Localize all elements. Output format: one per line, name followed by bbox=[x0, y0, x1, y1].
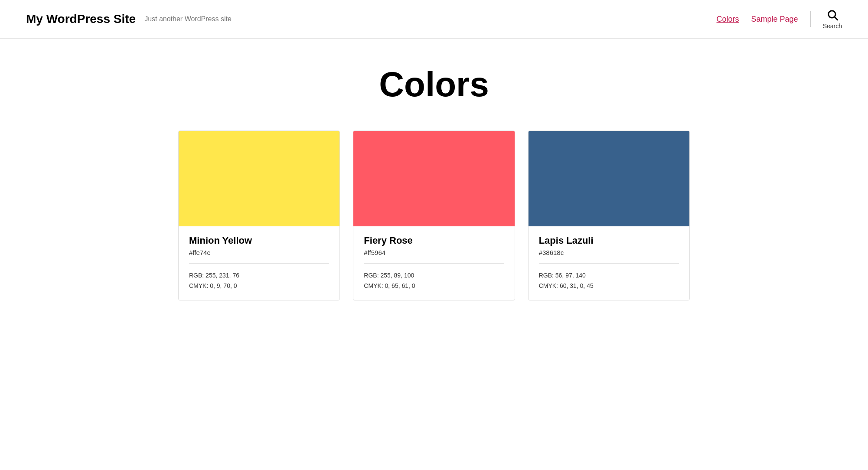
color-hex-minion-yellow: #ffe74c bbox=[189, 249, 329, 256]
color-info-fiery-rose: Fiery Rose #ff5964 bbox=[353, 226, 514, 263]
color-rgb-minion-yellow: RGB: 255, 231, 76 bbox=[189, 271, 329, 281]
color-name-fiery-rose: Fiery Rose bbox=[364, 235, 504, 246]
color-card-fiery-rose: Fiery Rose #ff5964 RGB: 255, 89, 100 CMY… bbox=[353, 131, 515, 300]
page-title: Colors bbox=[178, 65, 690, 104]
color-values-fiery-rose: RGB: 255, 89, 100 CMYK: 0, 65, 61, 0 bbox=[353, 264, 514, 300]
nav-divider bbox=[810, 11, 811, 27]
color-hex-lapis-lazuli: #38618c bbox=[539, 249, 679, 256]
color-card-minion-yellow: Minion Yellow #ffe74c RGB: 255, 231, 76 … bbox=[178, 131, 340, 300]
color-info-minion-yellow: Minion Yellow #ffe74c bbox=[179, 226, 339, 263]
main-content: Colors Minion Yellow #ffe74c RGB: 255, 2… bbox=[152, 39, 716, 335]
nav-link-colors[interactable]: Colors bbox=[717, 15, 739, 24]
color-swatch-minion-yellow bbox=[179, 131, 339, 226]
color-card-lapis-lazuli: Lapis Lazuli #38618c RGB: 56, 97, 140 CM… bbox=[528, 131, 690, 300]
search-button[interactable]: Search bbox=[823, 9, 842, 29]
color-name-lapis-lazuli: Lapis Lazuli bbox=[539, 235, 679, 246]
color-cmyk-fiery-rose: CMYK: 0, 65, 61, 0 bbox=[364, 281, 504, 291]
color-grid: Minion Yellow #ffe74c RGB: 255, 231, 76 … bbox=[178, 131, 690, 300]
color-hex-fiery-rose: #ff5964 bbox=[364, 249, 504, 256]
color-values-lapis-lazuli: RGB: 56, 97, 140 CMYK: 60, 31, 0, 45 bbox=[529, 264, 689, 300]
color-cmyk-lapis-lazuli: CMYK: 60, 31, 0, 45 bbox=[539, 281, 679, 291]
search-icon bbox=[826, 9, 839, 21]
color-cmyk-minion-yellow: CMYK: 0, 9, 70, 0 bbox=[189, 281, 329, 291]
color-values-minion-yellow: RGB: 255, 231, 76 CMYK: 0, 9, 70, 0 bbox=[179, 264, 339, 300]
site-header: My WordPress Site Just another WordPress… bbox=[0, 0, 868, 39]
site-tagline: Just another WordPress site bbox=[144, 15, 232, 23]
color-info-lapis-lazuli: Lapis Lazuli #38618c bbox=[529, 226, 689, 263]
svg-line-1 bbox=[835, 17, 837, 20]
nav-link-sample-page[interactable]: Sample Page bbox=[751, 15, 798, 24]
header-left: My WordPress Site Just another WordPress… bbox=[26, 12, 232, 26]
color-rgb-fiery-rose: RGB: 255, 89, 100 bbox=[364, 271, 504, 281]
primary-nav: Colors Sample Page bbox=[717, 15, 798, 24]
color-swatch-fiery-rose bbox=[353, 131, 514, 226]
color-rgb-lapis-lazuli: RGB: 56, 97, 140 bbox=[539, 271, 679, 281]
color-name-minion-yellow: Minion Yellow bbox=[189, 235, 329, 246]
header-right: Colors Sample Page Search bbox=[717, 9, 842, 29]
search-label: Search bbox=[823, 23, 842, 29]
site-title[interactable]: My WordPress Site bbox=[26, 12, 136, 26]
color-swatch-lapis-lazuli bbox=[529, 131, 689, 226]
